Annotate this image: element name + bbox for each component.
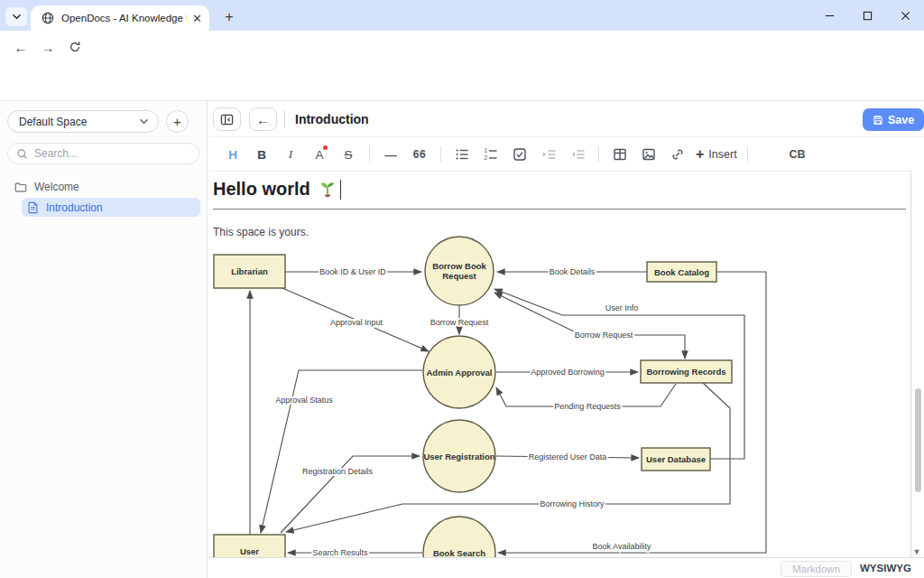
back-button[interactable]: ← <box>7 33 34 61</box>
chevron-down-icon <box>139 117 149 126</box>
browser-toolbar: ← → ai-toolbox.visual-paradigm.com/app/o… <box>0 31 924 63</box>
bullet-list-button[interactable] <box>448 142 476 167</box>
window-minimize-button[interactable] <box>810 0 848 31</box>
ordered-list-button[interactable]: 12 <box>477 142 504 167</box>
browser-window: OpenDocs - AI Knowledge Base ✕ + ← → ai-… <box>0 0 924 578</box>
node-book-search: Book Search <box>423 517 495 557</box>
image-icon <box>642 147 656 162</box>
window-maximize-button[interactable] <box>848 0 886 31</box>
edge-label-registered-user-data: Registered User Data <box>529 452 607 461</box>
node-label: Admin Approval <box>426 368 492 378</box>
edge-borrow-request-records <box>494 293 685 359</box>
markdown-mode-button[interactable]: Markdown <box>781 561 852 577</box>
space-selector-label: Default Space <box>19 116 87 128</box>
minimize-icon <box>825 11 835 21</box>
sidebar-item-welcome[interactable]: Welcome <box>9 177 200 196</box>
image-button[interactable] <box>635 142 662 167</box>
heading-button[interactable]: H <box>219 142 246 167</box>
panel-toggle-icon <box>220 113 234 126</box>
code-block-button[interactable]: CB <box>784 142 811 167</box>
link-icon <box>670 147 685 162</box>
wysiwyg-mode-button[interactable]: WYSIWYG <box>860 563 911 573</box>
task-list-button[interactable] <box>506 142 533 167</box>
color-dot <box>323 145 328 150</box>
window-close-button[interactable] <box>886 0 924 31</box>
app-header: OpenDocs Powered by Visual Paradigm Shar… <box>0 63 924 101</box>
indent-increase-button <box>535 142 562 167</box>
toolbar-divider <box>369 146 370 163</box>
node-label: Book Catalog <box>654 267 709 277</box>
edge-approval-status <box>261 370 422 533</box>
blockquote-button[interactable]: 66 <box>406 142 433 167</box>
indent-decrease-icon <box>570 147 586 162</box>
globe-favicon-icon <box>42 12 54 24</box>
close-icon <box>901 11 910 21</box>
browser-tab[interactable]: OpenDocs - AI Knowledge Base ✕ <box>31 5 209 31</box>
node-label: Borrow Book <box>432 261 486 271</box>
indent-decrease-button <box>564 142 591 167</box>
search-input[interactable] <box>34 147 179 160</box>
editor-header: ← Introduction Save <box>208 101 924 137</box>
tab-search-button[interactable] <box>5 7 27 26</box>
node-label: Request <box>442 271 476 281</box>
strikethrough-button[interactable]: S <box>335 142 362 167</box>
folder-icon <box>14 181 27 193</box>
save-button[interactable]: Save <box>863 108 924 131</box>
editor-panel: ← Introduction Save HBIAS—6612+InsertCB … <box>208 101 924 578</box>
scrollbar-thumb[interactable] <box>915 388 921 492</box>
document-title: Introduction <box>295 112 369 126</box>
node-user-database: User Database <box>642 448 710 471</box>
sidebar-toggle-button[interactable] <box>213 107 241 131</box>
edge-label-approval-input: Approval Input <box>330 318 383 327</box>
node-label: User Database <box>646 454 706 464</box>
edge-label-borrow-request-records: Borrow Request <box>575 331 633 340</box>
tab-strip: OpenDocs - AI Knowledge Base ✕ + <box>0 0 924 31</box>
node-label: Book Search <box>433 548 485 558</box>
header-divider <box>284 110 285 128</box>
node-label: User Registration <box>423 452 494 461</box>
document-icon <box>27 201 39 214</box>
sidebar-item-introduction[interactable]: Introduction <box>22 198 200 217</box>
chevron-down-icon <box>12 12 22 22</box>
sidebar: Default Space + WelcomeIntroduction <box>0 101 208 578</box>
table-button[interactable] <box>606 142 633 167</box>
forward-button[interactable]: → <box>34 33 61 61</box>
link-button[interactable] <box>664 142 691 167</box>
doc-heading: Hello world <box>213 179 906 210</box>
insert-button[interactable]: +Insert <box>693 142 740 167</box>
font-color-button[interactable]: A <box>306 142 333 167</box>
refresh-button[interactable] <box>61 33 88 61</box>
doc-back-button[interactable]: ← <box>249 107 277 131</box>
toolbar-divider <box>747 146 748 163</box>
bullet-list-icon <box>455 147 469 162</box>
search-box[interactable] <box>7 143 199 164</box>
page-tree: WelcomeIntroduction <box>0 175 208 219</box>
bold-button[interactable]: B <box>248 142 275 167</box>
horizontal-rule-button[interactable]: — <box>377 142 404 167</box>
seedling-emoji <box>318 180 337 200</box>
edge-label-book-details: Book Details <box>550 267 596 276</box>
edge-label-approval-status: Approval Status <box>275 396 333 405</box>
indent-increase-icon <box>541 147 557 162</box>
doc-paragraph: This space is yours. <box>213 226 309 238</box>
sidebar-item-label: Welcome <box>34 181 79 193</box>
new-tab-button[interactable]: + <box>219 7 239 27</box>
tab-title: OpenDocs - AI Knowledge Base <box>61 13 187 23</box>
node-librarian: Librarian <box>214 255 285 288</box>
edge-label-search-results: Search Results <box>312 548 368 557</box>
add-space-button[interactable]: + <box>166 110 189 133</box>
document-content[interactable]: Book ID & User IDBook DetailsUser InfoBo… <box>208 172 911 557</box>
ordered-list-icon: 12 <box>484 147 498 162</box>
italic-button[interactable]: I <box>277 142 304 167</box>
space-selector[interactable]: Default Space <box>7 110 159 133</box>
node-label: User <box>240 546 259 556</box>
tab-close-icon[interactable]: ✕ <box>192 13 202 24</box>
node-book-catalog: Book Catalog <box>647 262 716 282</box>
edge-label-pending-requests: Pending Requests <box>554 402 621 411</box>
scrollbar-down-arrow[interactable]: ▼ <box>910 545 923 558</box>
sidebar-item-label: Introduction <box>46 201 103 214</box>
edge-label-book-id-user-id: Book ID & User ID <box>319 267 386 276</box>
edge-label-user-info: User Info <box>605 303 639 312</box>
code-button[interactable] <box>755 142 782 167</box>
node-label: Librarian <box>231 266 268 276</box>
